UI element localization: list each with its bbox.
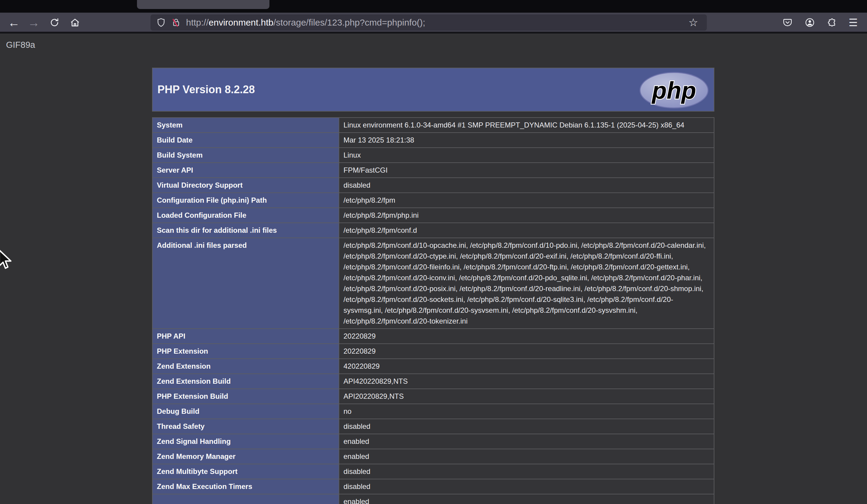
table-row: System Linux environment 6.1.0-34-amd64 … <box>152 118 714 133</box>
gif-magic-bytes-text: GIF89a <box>6 40 35 50</box>
table-row: Server API FPM/FastCGI <box>152 163 714 178</box>
page-content: GIF89a PHP Version 8.2.28 php System Lin… <box>0 33 867 504</box>
bookmark-star-icon[interactable]: ☆ <box>685 14 702 31</box>
row-label: Zend Memory Manager <box>152 449 339 464</box>
row-value: Mar 13 2025 18:21:38 <box>339 133 714 147</box>
home-icon <box>69 17 81 28</box>
row-value: disabled <box>339 178 714 193</box>
table-row: Build Date Mar 13 2025 18:21:38 <box>152 133 714 147</box>
table-row: Virtual Directory Support disabled <box>152 178 714 193</box>
table-row: Thread Safety disabled <box>152 419 714 434</box>
table-row: Zend Multibyte Support disabled <box>152 464 714 479</box>
table-row: Scan this dir for additional .ini files … <box>152 223 714 238</box>
url-scheme: http:// <box>186 18 208 28</box>
row-label: Zend Max Execution Timers <box>152 479 339 494</box>
tracking-protection-shield-icon[interactable] <box>153 14 169 31</box>
tab-bar <box>0 0 867 13</box>
navigation-toolbar: ← → <box>0 13 867 32</box>
row-label: Zend Extension <box>152 359 339 374</box>
browser-window: ← → <box>0 0 867 504</box>
row-label: Zend Signal Handling <box>152 434 339 449</box>
table-row: Zend Extension 420220829 <box>152 359 714 374</box>
row-value: /etc/php/8.2/fpm/php.ini <box>339 208 714 223</box>
menu-button[interactable]: ☰ <box>845 15 861 30</box>
table-row: Zend Signal Handling enabled <box>152 434 714 449</box>
row-label: Scan this dir for additional .ini files <box>152 223 339 238</box>
row-value: Linux environment 6.1.0-34-amd64 #1 SMP … <box>339 118 714 133</box>
row-label: Debug Build <box>152 404 339 419</box>
back-button[interactable]: ← <box>6 15 22 30</box>
mouse-cursor <box>0 249 15 271</box>
row-label: Zend Multibyte Support <box>152 464 339 479</box>
forward-button[interactable]: → <box>26 15 42 30</box>
url-text: http://environment.htb/storage/files/123… <box>186 18 425 28</box>
table-row: Zend Memory Manager enabled <box>152 449 714 464</box>
reload-icon <box>49 17 60 28</box>
row-value: Linux <box>339 147 714 163</box>
hamburger-menu-icon: ☰ <box>849 18 858 28</box>
row-value: enabled <box>339 494 714 504</box>
row-label: Server API <box>152 163 339 178</box>
account-icon <box>805 18 815 28</box>
table-row: Zend Max Execution Timers disabled <box>152 479 714 494</box>
url-path: /storage/files/123.php?cmd=phpinfo(); <box>273 18 425 28</box>
url-bar[interactable]: http://environment.htb/storage/files/123… <box>151 14 707 31</box>
row-label <box>152 494 339 504</box>
row-label: Build System <box>152 147 339 163</box>
php-logo-text: php <box>652 77 696 104</box>
row-label: PHP API <box>152 329 339 344</box>
row-value: disabled <box>339 479 714 494</box>
table-row: Configuration File (php.ini) Path /etc/p… <box>152 193 714 208</box>
row-value: API20220829,NTS <box>339 389 714 404</box>
row-value: 20220829 <box>339 344 714 359</box>
table-row: Loaded Configuration File /etc/php/8.2/f… <box>152 208 714 223</box>
phpinfo-table: System Linux environment 6.1.0-34-amd64 … <box>152 117 714 504</box>
row-label: Thread Safety <box>152 419 339 434</box>
row-value: /etc/php/8.2/fpm/conf.d/10-opcache.ini, … <box>339 238 714 329</box>
row-label: Zend Extension Build <box>152 374 339 389</box>
php-logo: php <box>639 72 709 109</box>
home-button[interactable] <box>67 15 83 30</box>
row-value: enabled <box>339 449 714 464</box>
row-label: PHP Extension <box>152 344 339 359</box>
row-value: /etc/php/8.2/fpm/conf.d <box>339 223 714 238</box>
row-value: disabled <box>339 464 714 479</box>
table-row: Debug Build no <box>152 404 714 419</box>
row-label: Configuration File (php.ini) Path <box>152 193 339 208</box>
table-row: PHP Extension 20220829 <box>152 344 714 359</box>
row-label: PHP Extension Build <box>152 389 339 404</box>
browser-tab[interactable] <box>137 0 269 9</box>
reload-button[interactable] <box>47 15 62 30</box>
row-label: Loaded Configuration File <box>152 208 339 223</box>
insecure-lock-icon[interactable] <box>169 14 184 31</box>
row-value: 20220829 <box>339 329 714 344</box>
row-value: /etc/php/8.2/fpm <box>339 193 714 208</box>
phpinfo-header: PHP Version 8.2.28 php <box>152 68 714 112</box>
extensions-button[interactable] <box>824 15 840 30</box>
row-value: enabled <box>339 434 714 449</box>
pocket-button[interactable] <box>780 15 795 30</box>
table-row: Additional .ini files parsed /etc/php/8.… <box>152 238 714 329</box>
table-row: PHP API 20220829 <box>152 329 714 344</box>
row-value: FPM/FastCGI <box>339 163 714 178</box>
url-domain: environment.htb <box>208 18 273 28</box>
row-label: Virtual Directory Support <box>152 178 339 193</box>
table-row: Build System Linux <box>152 147 714 163</box>
extensions-puzzle-icon <box>827 18 837 28</box>
row-value: no <box>339 404 714 419</box>
back-icon: ← <box>8 17 20 29</box>
php-version-title: PHP Version 8.2.28 <box>153 83 255 96</box>
table-row: Zend Extension Build API420220829,NTS <box>152 374 714 389</box>
table-row: PHP Extension Build API20220829,NTS <box>152 389 714 404</box>
row-label: Additional .ini files parsed <box>152 238 339 329</box>
pocket-icon <box>782 18 793 28</box>
account-button[interactable] <box>802 15 817 30</box>
table-row-partial: enabled <box>152 494 714 504</box>
row-label: System <box>152 118 339 133</box>
forward-icon: → <box>28 17 40 29</box>
row-value: API420220829,NTS <box>339 374 714 389</box>
row-label: Build Date <box>152 133 339 147</box>
row-value: disabled <box>339 419 714 434</box>
row-value: 420220829 <box>339 359 714 374</box>
